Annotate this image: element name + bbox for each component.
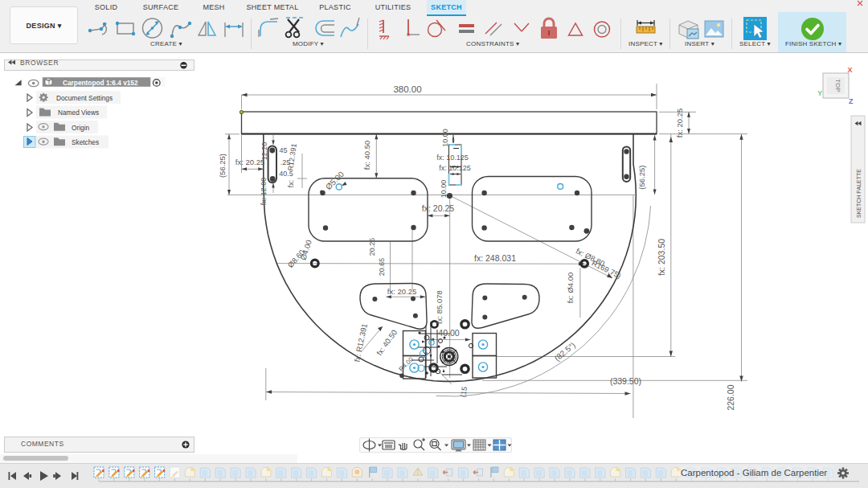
- svg-text:X: X: [848, 66, 853, 74]
- svg-text:fx: Ø4.00: fx: Ø4.00: [566, 273, 575, 304]
- svg-text:fx:: fx:: [287, 180, 295, 188]
- svg-text:fx: 20.25: fx: 20.25: [422, 203, 454, 213]
- svg-text:fx: 20.25: fx: 20.25: [387, 287, 416, 296]
- svg-text:45: 45: [279, 146, 287, 154]
- svg-text:Y: Y: [817, 89, 822, 97]
- svg-text:10.00: 10.00: [440, 180, 448, 199]
- svg-text:TOP: TOP: [834, 79, 841, 92]
- svg-text:(339.50): (339.50): [610, 376, 641, 386]
- svg-text:226.00: 226.00: [726, 384, 735, 410]
- svg-text:(15: (15: [459, 386, 469, 398]
- svg-text:Ø5.00: Ø5.00: [324, 170, 346, 191]
- svg-text:fx: 20.25: fx: 20.25: [675, 109, 684, 137]
- svg-text:fx: 10.125: fx: 10.125: [436, 154, 469, 162]
- svg-text:(82.5°): (82.5°): [553, 340, 577, 363]
- svg-text:(56.25): (56.25): [218, 154, 227, 178]
- svg-text:20.65: 20.65: [378, 258, 386, 277]
- svg-text:380.00: 380.00: [393, 84, 421, 94]
- svg-text:fx: 40.50: fx: 40.50: [362, 141, 371, 170]
- svg-text:R12.391: R12.391: [286, 143, 298, 171]
- svg-text:fx: 248.031: fx: 248.031: [474, 253, 516, 263]
- svg-text:fx: R12.391: fx: R12.391: [352, 322, 369, 363]
- svg-text:SKETCH PALETTE: SKETCH PALETTE: [856, 169, 862, 218]
- svg-text:Z: Z: [849, 97, 854, 105]
- svg-text:20.25: 20.25: [368, 238, 376, 256]
- svg-text:40.00: 40.00: [438, 328, 459, 338]
- svg-text:fx: 40.50: fx: 40.50: [375, 328, 399, 357]
- svg-text:12.20: 12.20: [260, 142, 268, 161]
- svg-text:fx: 10.125: fx: 10.125: [439, 164, 471, 172]
- svg-text:10.00: 10.00: [441, 129, 449, 147]
- svg-text:fx: 85.078: fx: 85.078: [435, 290, 444, 324]
- svg-text:(56.25): (56.25): [637, 166, 646, 190]
- svg-text:fx: 203.50: fx: 203.50: [657, 239, 666, 276]
- svg-text:Ø4.00: Ø4.00: [298, 239, 313, 261]
- svg-text:fx: 12.00: fx: 12.00: [260, 178, 268, 206]
